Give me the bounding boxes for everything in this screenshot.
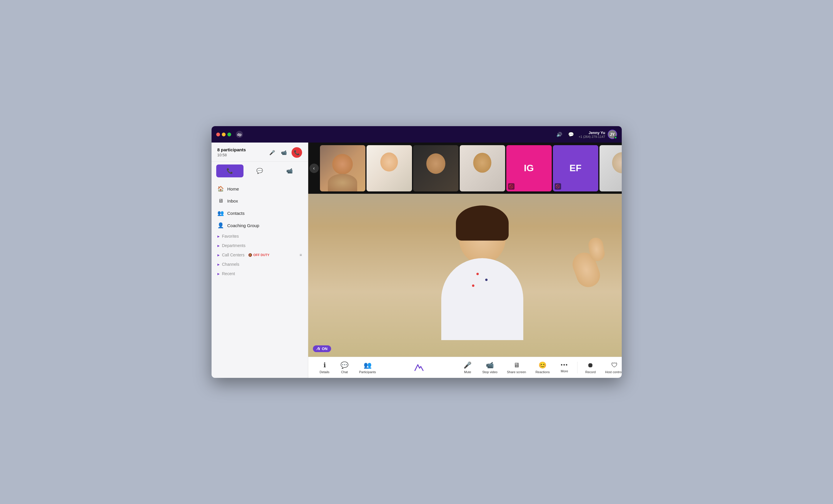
host-controls-icon: 🛡: [611, 361, 618, 369]
stop-video-label: Stop video: [482, 370, 498, 374]
nav-item-contacts[interactable]: 👥 Contacts: [212, 207, 308, 219]
ai-center-logo: [414, 362, 424, 373]
participants-button[interactable]: 👥 Participants: [355, 360, 380, 376]
main-video: Ʌi ON: [308, 194, 622, 357]
nav-tab-phone[interactable]: 📞: [216, 165, 244, 177]
mute-icon[interactable]: 🎤: [268, 148, 276, 157]
thumbnail-2[interactable]: [366, 145, 412, 192]
chat-button[interactable]: 💬 Chat: [335, 360, 354, 376]
title-bar-right: 🔊 💬 Jenny Yu +1 (264) 279-1147 JY: [555, 130, 617, 139]
close-button[interactable]: [216, 132, 220, 136]
ai-badge-label: ON: [322, 347, 328, 351]
thumbnail-4[interactable]: [460, 145, 505, 192]
bottom-bar: ℹ Details 💬 Chat 👥 Participants: [308, 357, 622, 378]
main-video-bg: [308, 194, 622, 357]
nav-section-channels-label: Channels: [222, 262, 239, 267]
callcenters-arrow: ▶: [217, 253, 220, 257]
nav-section-channels[interactable]: ▶ Channels: [212, 260, 308, 269]
maximize-button[interactable]: [228, 132, 231, 136]
minimize-button[interactable]: [222, 132, 225, 136]
avatar-container: JY: [608, 130, 617, 139]
stop-video-icon: 📹: [486, 361, 494, 369]
svg-text:dp: dp: [237, 132, 241, 137]
reactions-icon: 😊: [539, 361, 546, 369]
nav-item-inbox[interactable]: 🖥 Inbox: [212, 195, 308, 207]
channels-arrow: ▶: [217, 263, 220, 266]
video-area: ‹: [308, 143, 622, 378]
call-info: 8 participants 10:58 🎤 📹 📞: [217, 147, 302, 158]
reactions-button[interactable]: 😊 Reactions: [531, 360, 554, 376]
divider: [577, 362, 577, 374]
ai-icon: Ʌi: [316, 347, 320, 351]
nav-item-home[interactable]: 🏠 Home: [212, 183, 308, 195]
reactions-label: Reactions: [535, 370, 550, 374]
ig-avatar: IG 🚫: [506, 145, 552, 192]
nav-section-callcenters[interactable]: ▶ Call Centers 🔕 OFF DUTY ≡: [212, 250, 308, 260]
speaker-icon[interactable]: 🔊: [555, 130, 564, 138]
share-screen-label: Share screen: [507, 370, 526, 374]
nav-section-recent-label: Recent: [222, 271, 235, 276]
nav-tab-chat[interactable]: 💬: [246, 165, 273, 177]
ef-mute-icon: 🚫: [555, 183, 561, 190]
camera-icon[interactable]: 📹: [280, 148, 288, 157]
nav-section-callcenters-label: Call Centers: [222, 253, 245, 257]
more-label: More: [561, 369, 568, 373]
thumbnail-7[interactable]: [599, 145, 622, 192]
thumbnail-prev[interactable]: ‹: [309, 163, 319, 173]
thumbnail-ef[interactable]: EF 🚫: [553, 145, 598, 192]
thumbnails-list: IG 🚫 EF 🚫: [319, 144, 622, 193]
coaching-icon: 👤: [217, 222, 224, 229]
nav-section-departments[interactable]: ▶ Departments: [212, 241, 308, 250]
ig-mute-icon: 🚫: [508, 183, 515, 190]
details-label: Details: [320, 370, 330, 374]
end-call-button[interactable]: 📞: [291, 147, 302, 158]
mute-icon: 🎤: [463, 361, 472, 369]
bottom-left-group: ℹ Details 💬 Chat 👥 Participants: [315, 360, 380, 376]
nav-item-contacts-label: Contacts: [228, 211, 245, 216]
user-initials: JY: [610, 132, 615, 137]
record-button[interactable]: ⏺ Record: [581, 360, 600, 376]
user-status-dot: [614, 136, 617, 139]
participants-label: Participants: [359, 370, 376, 374]
chevron-left-icon: ‹: [313, 166, 315, 171]
chat-icon: 💬: [340, 361, 348, 369]
departments-arrow: ▶: [217, 244, 220, 247]
call-controls: 🎤 📹 📞: [268, 147, 302, 158]
traffic-lights: [216, 132, 231, 136]
participants-icon: 👥: [364, 361, 372, 369]
host-controls-label: Host controls: [605, 370, 621, 374]
host-controls-button[interactable]: 🛡 Host controls: [601, 360, 621, 376]
share-screen-icon: 🖥: [513, 361, 520, 369]
call-stats: 8 participants 10:58: [217, 147, 246, 157]
home-icon: 🏠: [217, 185, 224, 192]
bottom-right-group: 🎤 Mute 📹 Stop video 🖥 Share screen 😊 Rea…: [458, 360, 622, 376]
message-icon[interactable]: 💬: [567, 130, 575, 138]
bottom-center: [414, 362, 424, 373]
sidebar: 8 participants 10:58 🎤 📹 📞 📞 💬 📹: [212, 143, 308, 378]
thumbnails-bar: ‹: [308, 143, 622, 194]
app-window: dp 🔊 💬 Jenny Yu +1 (264) 279-1147 JY: [212, 126, 622, 378]
nav-section-favorites-label: Favorites: [222, 234, 239, 238]
nav-tabs: 📞 💬 📹: [212, 161, 308, 180]
nav-section-recent[interactable]: ▶ Recent: [212, 269, 308, 278]
call-timer: 10:58: [217, 153, 246, 157]
nav-item-coaching[interactable]: 👤 Coaching Group: [212, 219, 308, 231]
thumbnail-ig[interactable]: IG 🚫: [506, 145, 552, 192]
user-phone: +1 (264) 279-1147: [579, 135, 605, 138]
details-button[interactable]: ℹ Details: [315, 360, 334, 376]
title-bar-left: dp: [216, 130, 244, 139]
hamburger-icon[interactable]: ≡: [300, 253, 302, 257]
stop-video-button[interactable]: 📹 Stop video: [478, 360, 502, 376]
thumbnail-3[interactable]: [413, 145, 458, 192]
nav-tab-video[interactable]: 📹: [276, 165, 303, 177]
mute-button[interactable]: 🎤 Mute: [458, 360, 477, 376]
nav-section-favorites[interactable]: ▶ Favorites: [212, 231, 308, 241]
off-duty-label: OFF DUTY: [254, 253, 269, 257]
thumbnail-1[interactable]: [320, 145, 365, 192]
more-button[interactable]: ••• More: [555, 360, 574, 375]
details-icon: ℹ: [324, 361, 326, 369]
app-logo: dp: [235, 130, 244, 139]
nav-item-home-label: Home: [228, 186, 239, 192]
share-screen-button[interactable]: 🖥 Share screen: [503, 360, 530, 376]
recent-arrow: ▶: [217, 272, 220, 275]
